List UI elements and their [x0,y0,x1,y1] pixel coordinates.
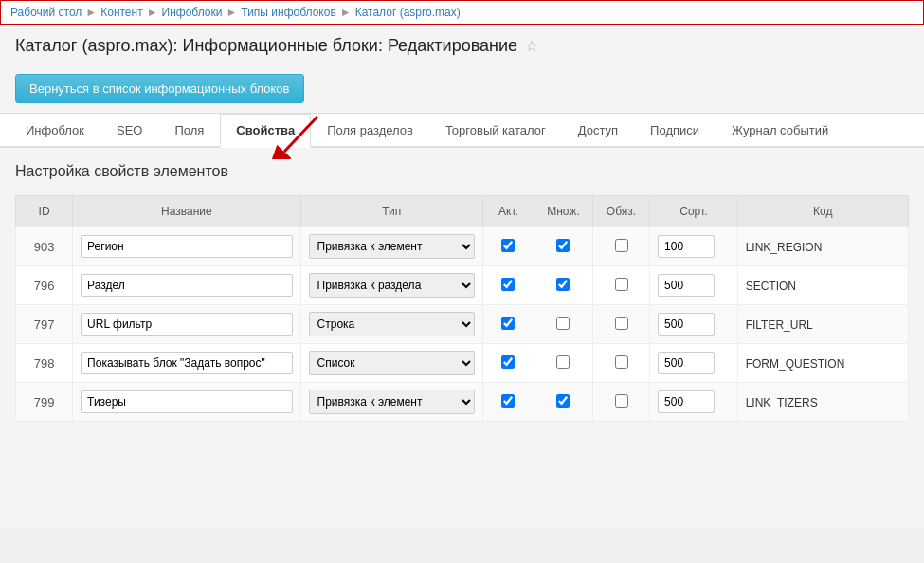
tab-section-fields[interactable]: Поля разделов [311,114,429,148]
mnozh-checkbox[interactable] [556,278,570,291]
page-title: Каталог (aspro.max): Информационные блок… [15,36,909,56]
cell-code: FILTER_URL [737,305,908,344]
tab-signatures[interactable]: Подписи [634,114,716,148]
name-input[interactable] [81,313,292,336]
tab-event-log[interactable]: Журнал событий [716,114,844,148]
table-row: 796Привязка к разделаSECTION [16,266,909,305]
page-header: Каталог (aspro.max): Информационные блок… [0,25,924,64]
code-value: LINK_REGION [746,241,823,254]
cell-type: Привязка к раздела [300,266,482,305]
col-header-type: Тип [300,196,482,227]
cell-type: Привязка к элемент [300,383,482,422]
tab-infoblock[interactable]: Инфоблок [9,114,100,148]
cell-mnozh [534,344,593,383]
cell-akt [482,266,534,305]
col-header-sort: Сорт. [650,196,738,227]
sort-input[interactable] [658,235,715,258]
table-header-row: ID Название Тип Акт. Множ. Обяз. Сорт. К… [16,196,909,227]
table-row: 797СтрокаFILTER_URL [16,305,909,344]
col-header-name: Название [73,196,300,227]
cell-obyz [592,383,649,422]
akt-checkbox[interactable] [501,317,515,330]
obyz-checkbox[interactable] [615,278,628,291]
tab-properties[interactable]: Свойства [220,114,311,148]
sort-input[interactable] [658,390,715,413]
cell-id: 903 [16,227,73,266]
breadcrumb-link-3[interactable]: Типы инфоблоков [241,6,335,19]
name-input[interactable] [81,274,292,297]
type-select[interactable]: Привязка к элемент [309,234,475,259]
sort-input[interactable] [658,313,715,336]
akt-checkbox[interactable] [501,394,515,408]
back-button-section: Вернуться в список информационных блоков [0,64,924,114]
cell-name [73,344,300,383]
breadcrumb-link-4[interactable]: Каталог (aspro.max) [355,6,461,19]
akt-checkbox[interactable] [501,278,515,291]
table-row: 799Привязка к элементLINK_TIZERS [16,383,909,422]
cell-type: Привязка к элемент [300,227,482,266]
back-to-list-button[interactable]: Вернуться в список информационных блоков [15,74,304,103]
content-area: Настройка свойств элементов ID Название … [0,148,924,527]
mnozh-checkbox[interactable] [556,394,570,408]
mnozh-checkbox[interactable] [556,239,570,252]
sort-input[interactable] [658,352,715,374]
obyz-checkbox[interactable] [615,394,628,408]
obyz-checkbox[interactable] [615,317,628,330]
breadcrumb-link-1[interactable]: Контент [100,6,142,19]
cell-id: 797 [16,305,73,344]
type-select[interactable]: Привязка к элемент [309,390,475,414]
cell-name [73,383,300,422]
cell-akt [482,383,534,422]
cell-mnozh [534,266,593,305]
properties-table: ID Название Тип Акт. Множ. Обяз. Сорт. К… [15,195,909,422]
section-title: Настройка свойств элементов [15,163,909,180]
breadcrumb-link-2[interactable]: Инфоблоки [162,6,223,19]
cell-sort [650,305,738,344]
cell-sort [650,227,738,266]
tab-trade-catalog[interactable]: Торговый каталог [429,114,562,148]
cell-code: SECTION [737,266,908,305]
obyz-checkbox[interactable] [615,355,628,369]
code-value: FORM_QUESTION [746,357,845,371]
code-value: LINK_TIZERS [746,396,818,409]
cell-id: 796 [16,266,73,305]
cell-code: FORM_QUESTION [737,344,908,383]
name-input[interactable] [81,390,292,413]
cell-sort [650,383,738,422]
code-value: FILTER_URL [746,318,813,332]
cell-mnozh [534,305,593,344]
cell-type: Список [300,344,482,383]
cell-type: Строка [300,305,482,344]
akt-checkbox[interactable] [501,239,515,252]
tab-seo[interactable]: SEO [100,114,158,148]
type-select[interactable]: Привязка к раздела [309,273,475,298]
type-select[interactable]: Строка [309,312,475,336]
col-header-akt: Акт. [482,196,534,227]
name-input[interactable] [81,235,292,258]
type-select[interactable]: Список [309,351,475,375]
tab-fields[interactable]: Поля [158,114,220,148]
table-row: 798СписокFORM_QUESTION [16,344,909,383]
col-header-obyz: Обяз. [592,196,649,227]
cell-sort [650,344,738,383]
name-input[interactable] [81,352,292,374]
sort-input[interactable] [658,274,715,297]
col-header-id: ID [16,196,73,227]
cell-obyz [592,305,649,344]
cell-sort [650,266,738,305]
tabs-bar: Инфоблок SEO Поля Свойства Поля разделов… [0,114,924,148]
cell-id: 799 [16,383,73,422]
cell-name [73,227,300,266]
cell-mnozh [534,227,593,266]
obyz-checkbox[interactable] [615,239,628,252]
cell-akt [482,305,534,344]
akt-checkbox[interactable] [501,355,515,369]
breadcrumb-link-0[interactable]: Рабочий стол [10,6,82,19]
cell-code: LINK_TIZERS [737,383,908,422]
cell-obyz [592,227,649,266]
mnozh-checkbox[interactable] [556,317,570,330]
tab-access[interactable]: Доступ [562,114,634,148]
favorite-star-icon[interactable]: ☆ [525,37,538,55]
mnozh-checkbox[interactable] [556,355,570,369]
code-value: SECTION [746,280,796,293]
